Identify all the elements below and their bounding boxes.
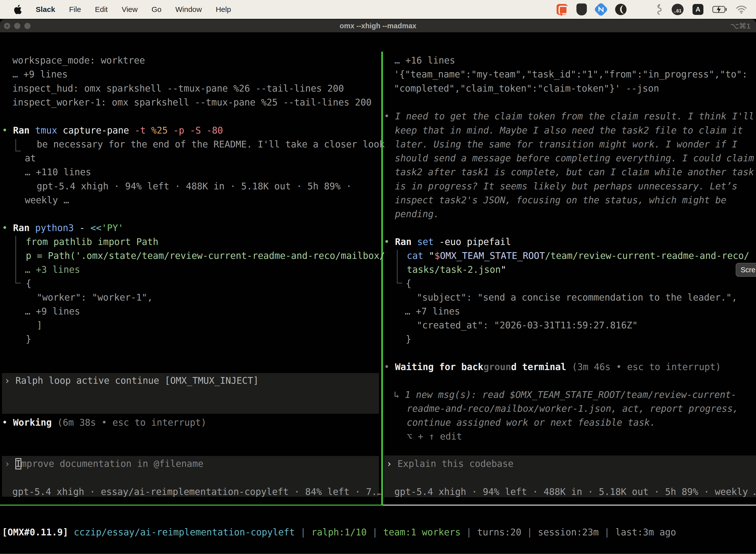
text-segment: readme-and-reco/mailbox/worker-1.json, a… <box>407 403 738 414</box>
close-button[interactable] <box>4 23 10 29</box>
output-line: … +9 lines <box>12 67 68 81</box>
moon-circle-icon[interactable] <box>615 4 627 15</box>
thinking-line: pending. <box>395 207 439 221</box>
waiting-status-line: • Waiting for background terminal (3m 46… <box>384 360 721 374</box>
text-segment: • <box>2 223 13 233</box>
menu-item-app[interactable]: Slack <box>36 5 55 14</box>
menu-item-help[interactable]: Help <box>216 5 231 14</box>
text-segment: tmux <box>35 125 63 136</box>
text-segment: Waiting for back <box>395 362 484 372</box>
text-segment: inspect_hud: omx sparkshell --tmux-pane … <box>12 83 344 94</box>
text-segment: 'PY' <box>102 223 124 233</box>
omx-project: cczip/essay/ai-reimplementation-copyleft <box>68 527 295 538</box>
minimize-button[interactable] <box>14 23 20 29</box>
menu-item-view[interactable]: View <box>122 5 137 14</box>
text-segment: << <box>90 223 102 233</box>
dots-grid-icon[interactable] <box>635 4 646 15</box>
text-segment: python3 <box>35 223 79 233</box>
output-line: … +16 lines <box>394 53 455 67</box>
battery-percent-badge-icon[interactable]: ..61 <box>672 4 684 15</box>
zoom-button[interactable] <box>24 23 30 29</box>
text-segment: ↳ <box>394 389 405 400</box>
prompt-placeholder-right: › Explain this codebase <box>386 457 513 471</box>
pane-separator-left <box>0 505 383 506</box>
omx-ralph: ralph:1/10 <box>311 527 367 538</box>
text-segment: • <box>384 362 395 372</box>
text-segment: Ran <box>395 236 417 247</box>
output-line: inspect_hud: omx sparkshell --tmux-pane … <box>12 81 344 96</box>
output-line: "worker": "worker-1", <box>37 290 153 304</box>
output-line: } <box>406 332 411 346</box>
menu-bar-left: Slack File Edit View Go Window Help <box>0 4 231 14</box>
text-segment: } <box>406 334 411 344</box>
omx-team: team:1 workers <box>383 527 460 538</box>
text-segment: continue assigned work or next feasible … <box>407 417 655 428</box>
menu-item-file[interactable]: File <box>69 5 81 14</box>
wifi-icon[interactable] <box>736 5 747 14</box>
tree-connector <box>397 250 402 283</box>
terminal-content: workspace_mode: worktree… +9 linesinspec… <box>0 32 756 554</box>
omx-status-line: [OMX#0.11.9] cczip/essay/ai-reimplementa… <box>2 525 676 539</box>
thinking-line: keep that in mind. Maybe I also need the… <box>395 123 743 137</box>
a-square-icon[interactable]: A <box>693 4 703 15</box>
separator: | <box>295 527 312 538</box>
menu-item-go[interactable]: Go <box>151 5 162 14</box>
output-line: workspace_mode: worktree <box>12 53 145 67</box>
output-line: … +7 lines <box>405 304 460 319</box>
menu-item-window[interactable]: Window <box>175 5 202 14</box>
ran-command-line: • Ran python3 - <<'PY' <box>2 221 124 235</box>
text-segment: ⌥ + ↑ edit <box>407 431 462 442</box>
separator: | <box>460 527 477 538</box>
text-segment: • <box>2 125 13 136</box>
text-segment: "completed","claim_token":"claim-token"}… <box>394 83 659 94</box>
menu-item-edit[interactable]: Edit <box>95 5 108 14</box>
text-segment: › <box>4 458 16 469</box>
text-segment: -euo pipefail <box>439 236 511 247</box>
text-segment: … +110 lines <box>25 167 91 177</box>
shield-grid-icon[interactable] <box>576 3 587 15</box>
text-segment: … +7 lines <box>405 306 460 317</box>
text-segment: gpt-5.4 xhigh · 94% left · 488K in · 5.1… <box>394 487 756 497</box>
ran-command-line: • Ran set -euo pipefail <box>384 235 511 249</box>
hud-line: gpt-5.4 xhigh · essay/ai-reimplementatio… <box>12 485 382 499</box>
text-segment: … +9 lines <box>25 306 80 317</box>
text-segment: I <box>16 458 21 469</box>
tooltip-label: Scre <box>741 266 756 274</box>
output-line: } <box>26 332 31 346</box>
battery-charging-icon[interactable] <box>712 6 727 13</box>
text-segment: capture-pane <box>63 125 135 136</box>
text-segment: "worker": "worker-1", <box>37 292 153 303</box>
hud-line: weekly … <box>25 193 69 207</box>
mailbox-msg-line: ↳ 1 new msg(s): read $OMX_TEAM_STATE_ROO… <box>394 388 737 402</box>
code-line: … +3 lines <box>25 263 80 277</box>
text-segment: weekly … <box>25 195 69 206</box>
omx-last: last:3m ago <box>615 527 676 538</box>
output-line: "subject": "send a concise recommendatio… <box>417 290 737 304</box>
hud-line: gpt-5.4 xhigh · 94% left · 488K in · 5.1… <box>394 485 756 499</box>
working-status-line: • Working (6m 38s • esc to interrupt) <box>2 416 206 430</box>
window-shortcut-badge: ⌥⌘1 <box>731 19 751 32</box>
window-title: omx --xhigh --madmax <box>0 22 756 30</box>
text-segment: I need to get the claim token from the c… <box>395 111 754 122</box>
tree-connector <box>15 139 21 151</box>
recording-indicator-icon[interactable] <box>557 4 567 15</box>
text-segment: gpt-5.4 xhigh · essay/ai-reimplementatio… <box>12 487 382 497</box>
text-segment: -p -S -80 <box>173 125 223 136</box>
thinking-line: should send a message before completing … <box>395 151 754 165</box>
squiggle-icon[interactable] <box>655 3 663 15</box>
pane-divider[interactable] <box>381 52 383 505</box>
apple-menu-icon[interactable] <box>13 4 22 14</box>
text-segment: … +3 lines <box>25 264 80 275</box>
text-segment: • <box>384 236 395 247</box>
mailbox-msg-line: continue assigned work or next feasible … <box>407 416 655 430</box>
blue-pinwheel-icon[interactable] <box>593 2 608 17</box>
text-segment: … +9 lines <box>12 69 68 80</box>
text-segment: cat <box>407 251 429 261</box>
text-segment: %25 <box>151 125 173 136</box>
thinking-line: is in progress? It seems likely but perh… <box>395 179 737 193</box>
text-segment: Explain this codebase <box>397 458 514 469</box>
separator: | <box>367 527 383 538</box>
text-segment: keep that in mind. Maybe I also need the… <box>395 125 743 136</box>
output-line: inspect_worker-1: omx sparkshell --tmux-… <box>12 95 372 109</box>
output-line: { <box>26 277 31 291</box>
